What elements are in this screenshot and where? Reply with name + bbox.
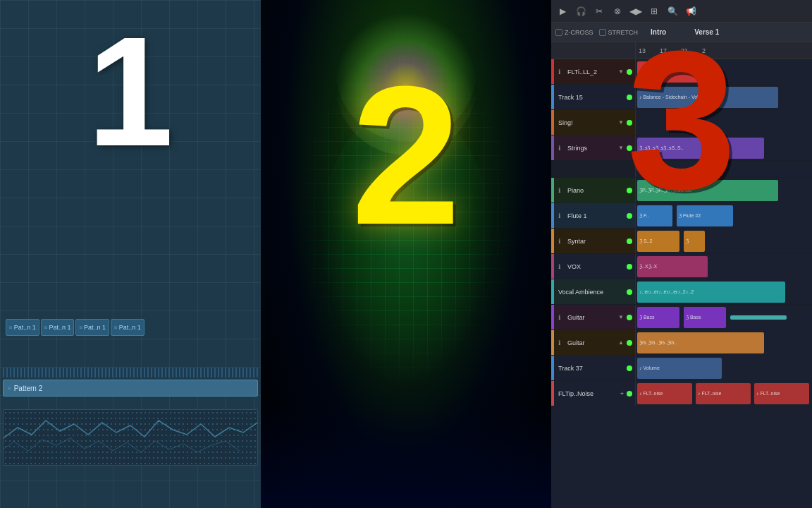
intro-marker: Intro xyxy=(651,28,666,36)
pattern-block[interactable]: ≡ Pat..n 1 xyxy=(6,319,39,336)
track-active-dot[interactable] xyxy=(627,69,632,75)
track-name: VOX xyxy=(567,263,624,270)
volume-bar xyxy=(730,315,787,320)
grid-icon[interactable]: ⊞ xyxy=(647,4,661,18)
track-active-dot[interactable] xyxy=(627,289,632,295)
loop-icon[interactable]: ◀▶ xyxy=(629,4,643,18)
clip[interactable]: ℨ S..2 xyxy=(637,231,679,252)
track-active-dot[interactable] xyxy=(627,238,632,244)
zoom-icon[interactable]: 🔍 xyxy=(665,4,679,18)
clip[interactable]: ♪ Balance - Sidechain - Volur xyxy=(637,87,778,108)
headphone-icon[interactable]: 🎧 xyxy=(574,4,588,18)
track-label-vox[interactable]: ℹ VOX xyxy=(551,254,636,279)
track-row: ℹ Piano ℨP..ℨP..ℨP..ℨP..ℨ..o0..o0 xyxy=(551,178,812,203)
track-active-dot[interactable] xyxy=(627,315,632,320)
track-label-15[interactable]: Track 15 xyxy=(551,85,636,109)
dropdown-arrow-up[interactable]: ▲ xyxy=(618,339,624,346)
track-clips-strings: ℨ..sℨ..sℨ..sℨ..sS..S.. xyxy=(636,135,812,160)
marker-2: 2 xyxy=(702,47,706,54)
track-clips-15: ♪ Balance - Sidechain - Volur xyxy=(636,85,812,109)
track-name: Flute 1 xyxy=(567,212,624,219)
stretch-checkbox[interactable] xyxy=(599,29,606,36)
large-number-2: 2 xyxy=(351,56,461,254)
clip[interactable]: ℨ xyxy=(684,231,705,252)
track-label-guitar1[interactable]: ℹ Guitar ▼ xyxy=(551,305,636,329)
clip[interactable]: ℨ Flute #2 xyxy=(677,205,733,226)
cut-icon[interactable]: ✂ xyxy=(592,4,606,18)
marker-21: 21 xyxy=(681,47,688,54)
dropdown-arrow[interactable]: ▼ xyxy=(618,119,624,126)
track-clips-37: ♪ Volume xyxy=(636,356,812,380)
clip[interactable]: ℨ Bass xyxy=(637,307,679,328)
track-name: Syntar xyxy=(567,238,624,245)
zcross-label: Z-CROSS xyxy=(565,29,593,36)
track-name: Strings xyxy=(567,145,615,152)
track-name: FLTip..Noise xyxy=(558,390,617,397)
track-active-dot[interactable] xyxy=(627,264,632,270)
track-clips-sing xyxy=(636,110,812,135)
track-clips-syntar: ℨ S..2 ℨ xyxy=(636,229,812,253)
track-clips-piano: ℨP..ℨP..ℨP..ℨP..ℨ..o0..o0 xyxy=(636,178,812,202)
track-clips-flute1: ℨ F.. ℨ Flute #2 xyxy=(636,203,812,228)
track-row: ℹ Strings ▼ ℨ..sℨ..sℨ..sℨ..sS..S.. xyxy=(551,135,812,161)
track-row: ℹ Guitar ▼ ℨ Bass ℨ Bass xyxy=(551,305,812,330)
track-label-vocal-amb[interactable]: Vocal Ambience xyxy=(551,279,636,304)
track-label-flti[interactable]: ℹ FLTi..LL_2 ▼ xyxy=(551,59,636,84)
track-name: Piano xyxy=(567,187,624,194)
track-label-flute1[interactable]: ℹ Flute 1 xyxy=(551,203,636,228)
track-label-guitar2[interactable]: ℹ Guitar ▲ xyxy=(551,330,636,355)
track-active-dot[interactable] xyxy=(627,188,632,193)
clip[interactable]: ♪ FLT..oise xyxy=(637,383,692,404)
clip[interactable]: ℨ F.. xyxy=(637,205,672,226)
mute-icon[interactable]: ⊗ xyxy=(610,4,625,18)
track-row: Vocal Ambience ♪..er♪..er♪..er♪..er♪..2♪… xyxy=(551,279,812,305)
dropdown-arrow[interactable]: ▼ xyxy=(618,314,624,320)
track-active-dot[interactable] xyxy=(627,340,632,346)
clip[interactable]: ♪..er♪..er♪..er♪..er♪..2♪..2 xyxy=(637,282,785,303)
clip[interactable]: ℨ Bass xyxy=(684,307,726,328)
track-clips-vox: ℨ..Xℨ..X xyxy=(636,254,812,279)
track-active-dot[interactable] xyxy=(627,145,632,151)
track-name: Vocal Ambience xyxy=(558,289,624,296)
track-name: FLTi..LL_2 xyxy=(567,68,615,75)
clip[interactable]: ℨP..ℨP..ℨP..ℨP..ℨ..o0..o0 xyxy=(637,180,778,201)
track-row: Sing! ▼ xyxy=(551,110,812,135)
tracks-container[interactable]: ℹ FLTi..LL_2 ▼ Track 15 ♪ Balance - Side… xyxy=(551,59,812,508)
clip[interactable]: ♪ FLT..oise xyxy=(696,383,751,404)
pattern-block[interactable]: ≡ Pat..n 1 xyxy=(111,319,144,336)
track-active-dot[interactable] xyxy=(627,120,632,126)
clip[interactable]: ℨG..ℨG..ℨG..ℨG.. xyxy=(637,332,764,353)
track-active-dot[interactable] xyxy=(627,95,632,100)
track-row: ℹ Syntar ℨ S..2 ℨ xyxy=(551,229,812,254)
clip[interactable]: ♪ Volume xyxy=(637,358,722,379)
track-list-header xyxy=(551,42,636,59)
dropdown-arrow[interactable]: ▼ xyxy=(618,68,624,75)
pattern-block[interactable]: ≡ Pat..n 1 xyxy=(41,319,75,336)
track-row: ℹ FLTi..LL_2 ▼ xyxy=(551,59,812,85)
track-label-fltip[interactable]: FLTip..Noise + xyxy=(551,381,636,406)
marker-17: 17 xyxy=(660,47,667,54)
clip[interactable]: ♪ FLT..oise xyxy=(754,383,809,404)
volume-icon[interactable]: 📢 xyxy=(684,4,698,18)
pattern-block[interactable]: ≡ Pat..n 1 xyxy=(75,319,109,336)
track-clips-guitar1: ℨ Bass ℨ Bass xyxy=(636,305,812,329)
track-label-sing[interactable]: Sing! ▼ xyxy=(551,110,636,135)
track-active-dot[interactable] xyxy=(627,365,632,371)
track-row: Track 15 ♪ Balance - Sidechain - Volur xyxy=(551,85,812,110)
track-label-strings[interactable]: ℹ Strings ▼ xyxy=(551,135,636,160)
zcross-checkbox[interactable] xyxy=(555,29,562,36)
track-label-37[interactable]: Track 37 xyxy=(551,356,636,380)
dropdown-arrow[interactable]: ▼ xyxy=(618,145,624,151)
track-label-piano[interactable]: ℹ Piano xyxy=(551,178,636,202)
track-active-dot[interactable] xyxy=(627,391,632,397)
track-name: Track 37 xyxy=(558,365,624,372)
track-label-syntar[interactable]: ℹ Syntar xyxy=(551,229,636,253)
clip[interactable]: ℨ..Xℨ..X xyxy=(637,256,708,277)
panel3-fl-studio: ▶ 🎧 ✂ ⊗ ◀▶ ⊞ 🔍 📢 Z-CROSS STRETCH Intro V… xyxy=(551,0,812,508)
clip[interactable]: ℨ..sℨ..sℨ..sℨ..sS..S.. xyxy=(637,138,764,159)
track-active-dot[interactable] xyxy=(627,213,632,219)
track-name: Track 15 xyxy=(558,94,624,101)
play-icon[interactable]: ▶ xyxy=(555,4,570,18)
pattern2-block[interactable]: ≡ Pattern 2 xyxy=(3,380,258,397)
clip[interactable] xyxy=(637,61,701,83)
